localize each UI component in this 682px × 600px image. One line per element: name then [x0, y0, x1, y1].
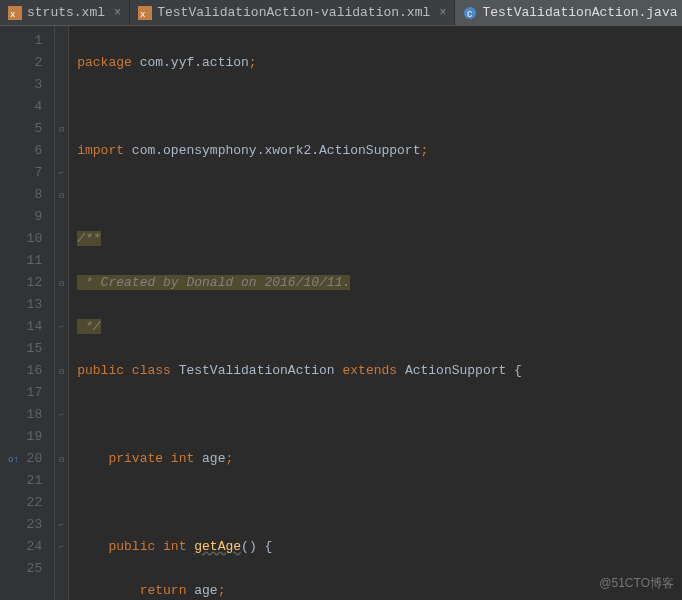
xml-file-icon: x — [138, 6, 152, 20]
editor-tabs: x struts.xml × x TestValidationAction-va… — [0, 0, 682, 26]
close-icon[interactable]: × — [114, 6, 121, 20]
xml-file-icon: x — [8, 6, 22, 20]
java-class-icon: C — [463, 6, 477, 20]
tab-label: TestValidationAction-validation.xml — [157, 5, 430, 20]
line-number-gutter: 12345678910111213141516171819o↑ 20212223… — [0, 26, 55, 600]
tab-validation-xml[interactable]: x TestValidationAction-validation.xml × — [130, 0, 455, 25]
tab-label: TestValidationAction.java — [482, 5, 677, 20]
code-area[interactable]: package com.yyf.action; import com.opens… — [69, 26, 682, 600]
code-editor[interactable]: 12345678910111213141516171819o↑ 20212223… — [0, 26, 682, 600]
tab-struts-xml[interactable]: x struts.xml × — [0, 0, 130, 25]
svg-text:x: x — [10, 10, 15, 20]
fold-column: ⊟⌐⊟⊟⌐⊟⌐⊟⌐⌐ — [55, 26, 69, 600]
tab-label: struts.xml — [27, 5, 105, 20]
tab-java-file[interactable]: C TestValidationAction.java × — [455, 0, 682, 25]
close-icon[interactable]: × — [439, 6, 446, 20]
svg-text:x: x — [140, 10, 145, 20]
watermark-text: @51CTO博客 — [599, 572, 674, 594]
svg-text:C: C — [467, 10, 473, 20]
